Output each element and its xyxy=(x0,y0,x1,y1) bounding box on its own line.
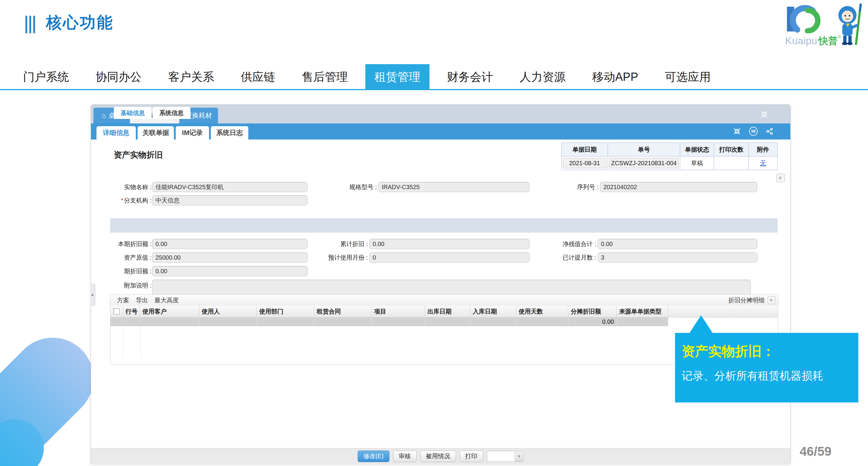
grid-col-user[interactable]: 使用人 xyxy=(199,305,257,317)
grid-collapse-button[interactable]: « xyxy=(768,296,775,304)
nav-item-supply[interactable]: 供应链 xyxy=(241,69,275,85)
tab-basic-info-label: 基础信息 xyxy=(121,109,145,117)
header-collapse-button[interactable]: « xyxy=(776,174,785,182)
document-title: 资产实物折旧 xyxy=(114,149,163,161)
subtab-system-log[interactable]: 系统日志 xyxy=(211,126,248,140)
subtab-im-record[interactable]: IM记录 xyxy=(176,126,209,140)
required-asterisk: * xyxy=(121,197,123,204)
field-current-depreciation-input[interactable]: 0.00 xyxy=(152,239,308,249)
triangle-right-icon: ▸ xyxy=(92,293,93,297)
grid-col-source-doc-type[interactable]: 来源单单据类型 xyxy=(617,305,668,317)
annotation-callout: 资产实物折旧： 记录、分析所有租赁机器损耗 xyxy=(675,333,858,403)
grid-col-allocated-depreciation[interactable]: 分摊折旧额 xyxy=(568,305,617,317)
nav-item-finance[interactable]: 财务会计 xyxy=(447,69,493,85)
nav-item-crm[interactable]: 客户关系 xyxy=(168,69,214,85)
logo-latin: Kuaipu xyxy=(785,35,817,46)
nav-underline xyxy=(0,89,868,90)
window-collapse-icon[interactable] xyxy=(760,110,769,119)
tab-basic-info[interactable]: 基础信息 xyxy=(114,107,152,119)
field-period-depreciation-input[interactable]: 0.00 xyxy=(152,266,308,276)
field-expected-months-input[interactable]: 0 xyxy=(369,252,530,263)
double-chevron-up-icon: « xyxy=(778,176,783,179)
attachment-link[interactable]: 无 xyxy=(760,160,766,167)
tab-system-info[interactable]: 系统信息 xyxy=(152,107,190,119)
doc-attachment-cell: 无 xyxy=(749,156,778,170)
subtab-detail-info[interactable]: 详细信息 xyxy=(96,126,136,140)
select-all-checkbox[interactable] xyxy=(114,308,120,314)
page-number: 46/59 xyxy=(800,444,831,459)
sidebar-expand-handle[interactable]: ▸ xyxy=(90,284,95,305)
field-name-label: 实物名称 : xyxy=(103,182,152,192)
footer-button-row: 修改(E) 审核 被用情况 打印 ▼ xyxy=(358,450,524,462)
field-current-depreciation-label: 本期折旧额 : xyxy=(103,239,152,249)
panel-collapse-icon[interactable] xyxy=(733,127,741,136)
doc-date-cell: 2021-08-31 xyxy=(562,156,608,170)
modify-button[interactable]: 修改(E) xyxy=(358,450,390,462)
subtab-system-log-label: 系统日志 xyxy=(216,128,243,137)
field-net-residual-input[interactable]: 0.00 xyxy=(598,239,757,249)
grid-col-inbound-date[interactable]: 入库日期 xyxy=(470,305,516,317)
field-name-input[interactable]: 佳能IRADV-C3525复印机 xyxy=(152,182,308,192)
detail-tab-bar xyxy=(110,218,778,232)
subtab-related-docs-label: 关联单据 xyxy=(143,128,169,137)
info-col-date: 单据日期 xyxy=(562,143,608,156)
nav-item-hr[interactable]: 人力资源 xyxy=(520,69,565,85)
grid-col-row-no[interactable]: 行号 xyxy=(123,305,140,317)
subtab-related-docs[interactable]: 关联单据 xyxy=(137,126,174,140)
nav-item-rental-active[interactable]: 租赁管理 xyxy=(365,64,430,90)
dropdown-arrow-icon: ▼ xyxy=(515,451,523,462)
field-original-value-input[interactable]: 25000.00 xyxy=(152,252,308,263)
field-model-label: 规格型号 : xyxy=(330,182,377,192)
callout-pointer xyxy=(689,315,713,333)
im-icon[interactable]: IM xyxy=(749,127,757,136)
info-col-status: 单据状态 xyxy=(680,143,714,156)
field-net-residual-label: 净残值合计 : xyxy=(536,239,596,249)
grid-col-department[interactable]: 使用部门 xyxy=(257,305,314,317)
grid-summary-row: 0.00 xyxy=(111,317,778,326)
kp-logo-mark xyxy=(785,2,834,33)
doc-print-count-value xyxy=(714,156,748,170)
app-window: ⌂ 桌面 资产实物折旧 更换耗材 详细信息 关联单据 xyxy=(91,105,790,464)
print-button[interactable]: 打印 xyxy=(459,450,483,462)
info-col-number: 单号 xyxy=(608,143,680,156)
subtab-im-record-label: IM记录 xyxy=(182,128,203,137)
grid-header-row: 行号 使用客户 使用人 使用部门 租赁合同 项目 出库日期 入库日期 使用天数 … xyxy=(111,305,778,317)
grid-chevron-up-icon: « xyxy=(769,299,774,302)
field-accum-depreciation-input[interactable]: 0.00 xyxy=(369,239,530,249)
grid-toolbar-scheme[interactable]: 方案 xyxy=(117,296,129,304)
grid-col-filler xyxy=(668,305,778,317)
info-col-attachment: 附件 xyxy=(749,143,778,156)
grid-col-usage-days[interactable]: 使用天数 xyxy=(516,305,568,317)
usage-status-button[interactable]: 被用情况 xyxy=(420,450,456,462)
footer-dropdown[interactable]: ▼ xyxy=(487,451,524,462)
grid-gutter-line xyxy=(123,326,123,359)
grid-section-label: 折旧分摊明细 xyxy=(728,296,765,304)
document-info-table: 单据日期 单号 单据状态 打印次数 附件 2021-08-31 ZCSWZJ-2… xyxy=(561,143,778,170)
field-branch-input[interactable]: 中天信息 xyxy=(152,195,308,205)
home-icon: ⌂ xyxy=(102,112,106,119)
grid-col-lease-contract[interactable]: 租赁合同 xyxy=(314,305,372,317)
field-serial-input[interactable]: 2021040202 xyxy=(600,182,757,192)
callout-body: 记录、分析所有租赁机器损耗 xyxy=(682,369,823,383)
nav-item-optional[interactable]: 可选应用 xyxy=(665,69,711,85)
audit-button[interactable]: 审核 xyxy=(393,450,416,462)
grid-col-customer[interactable]: 使用客户 xyxy=(140,305,199,317)
main-nav: 门户系统 协同办公 客户关系 供应链 售后管理 租赁管理 财务会计 人力资源 移… xyxy=(0,64,868,90)
grid-col-project[interactable]: 项目 xyxy=(372,305,425,317)
nav-item-office[interactable]: 协同办公 xyxy=(96,69,142,85)
info-col-print-count: 打印次数 xyxy=(714,143,748,156)
share-icon[interactable] xyxy=(766,127,774,136)
doc-number-cell: ZCSWZJ-20210831-004 xyxy=(608,156,680,170)
nav-item-mobile-app[interactable]: 移动APP xyxy=(592,69,638,85)
nav-item-portal[interactable]: 门户系统 xyxy=(23,69,69,85)
nav-item-aftersale[interactable]: 售后管理 xyxy=(302,69,348,85)
slide: 核心功能 Kuaipu 快普® 门户 xyxy=(0,0,868,466)
grid-toolbar-max-height[interactable]: 最大高度 xyxy=(155,296,179,304)
field-model-input[interactable]: IRADV-C3525 xyxy=(378,182,530,192)
callout-title: 资产实物折旧： xyxy=(682,343,775,360)
grid-toolbar-export[interactable]: 导出 xyxy=(136,296,148,304)
page-title: 核心功能 xyxy=(46,12,114,33)
tab-system-info-label: 系统信息 xyxy=(159,109,184,117)
grid-col-outbound-date[interactable]: 出库日期 xyxy=(425,305,470,317)
field-accrued-months-input[interactable]: 3 xyxy=(598,252,757,263)
